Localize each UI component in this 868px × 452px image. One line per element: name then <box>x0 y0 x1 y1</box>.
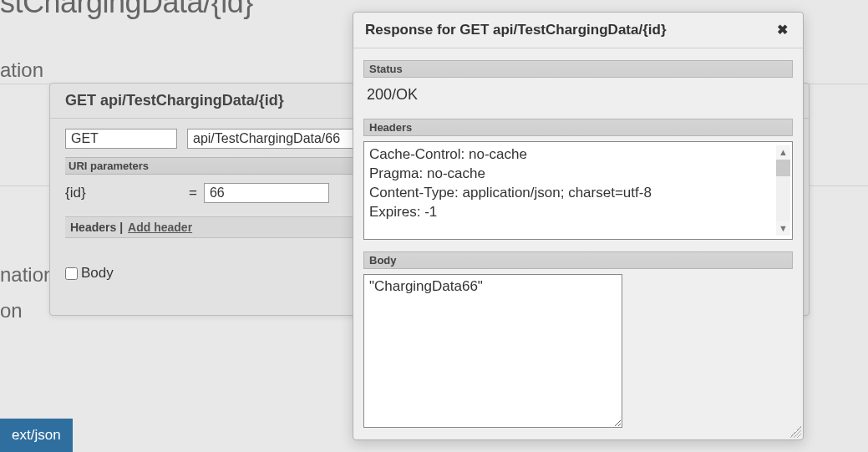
scroll-track[interactable] <box>776 160 790 221</box>
equals-sign: = <box>189 185 197 201</box>
close-icon[interactable]: ✖ <box>773 21 791 39</box>
headers-section-label: Headers <box>363 119 793 136</box>
bg-text-2: nation <box>0 263 54 287</box>
response-dialog: Response for GET api/TestChargingData/{i… <box>353 12 804 440</box>
response-headers-box[interactable]: Cache-Control: no-cache Pragma: no-cache… <box>363 141 793 240</box>
body-checkbox[interactable] <box>65 267 78 280</box>
dialog-title: Response for GET api/TestChargingData/{i… <box>365 22 667 38</box>
http-method-input[interactable] <box>65 129 177 149</box>
scroll-thumb[interactable] <box>776 160 790 176</box>
param-name: {id} <box>65 185 182 201</box>
headers-label: Headers | <box>70 221 123 234</box>
status-value: 200/OK <box>363 78 793 114</box>
bg-text-3: on <box>0 299 23 322</box>
dialog-titlebar[interactable]: Response for GET api/TestChargingData/{i… <box>353 13 803 48</box>
response-body-textarea[interactable] <box>363 274 622 428</box>
body-section-label: Body <box>363 251 793 269</box>
scroll-down-icon[interactable]: ▼ <box>776 221 790 236</box>
bg-text-1: ation <box>0 58 43 82</box>
status-section-label: Status <box>363 60 793 78</box>
param-value-input[interactable] <box>204 183 329 203</box>
add-header-link[interactable]: Add header <box>128 221 192 234</box>
resize-handle[interactable] <box>789 426 801 438</box>
response-headers-text: Cache-Control: no-cache Pragma: no-cache… <box>369 146 652 220</box>
scroll-up-icon[interactable]: ▲ <box>776 145 790 160</box>
text-json-button[interactable]: ext/json <box>0 419 73 452</box>
page-title-cut: stChargingData/{id} <box>0 0 253 20</box>
body-label: Body <box>81 265 114 282</box>
scrollbar[interactable]: ▲ ▼ <box>776 145 790 236</box>
